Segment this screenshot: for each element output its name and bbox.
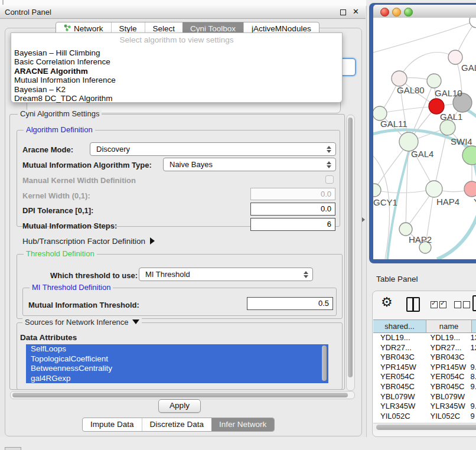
network-edge-thick[interactable] bbox=[437, 210, 476, 259]
mi-algorithm-type-combobox[interactable]: Naive Bayes bbox=[163, 158, 336, 171]
checked-checkbox-icon[interactable]: ✓ bbox=[439, 301, 446, 308]
data-attributes-label: Data Attributes bbox=[20, 333, 77, 342]
algorithm-dropdown-prompt: Select algorithm to view settings bbox=[11, 35, 342, 44]
stepper-icon bbox=[327, 161, 331, 169]
table-row[interactable]: YPR145WYPR145W9. bbox=[373, 363, 476, 373]
float-window-icon[interactable] bbox=[340, 9, 346, 15]
node-pink-right[interactable] bbox=[464, 181, 476, 197]
which-threshold-combobox[interactable]: MI Threshold bbox=[139, 268, 313, 281]
algorithm-option[interactable]: Basic Correlation Inference bbox=[11, 57, 342, 66]
checked-checkbox-icon[interactable]: ✓ bbox=[431, 301, 438, 308]
attribute-item[interactable]: gal4RGexp bbox=[26, 374, 328, 384]
node-green-big[interactable] bbox=[462, 146, 476, 165]
table-row[interactable]: YLR345WYLR345W9. bbox=[373, 402, 476, 412]
tab-label: Discretize Data bbox=[150, 418, 204, 431]
network-view-window[interactable]: GALGAL80GAL10GAL1GAL11SWI4GAL4GCY1HAP4YH… bbox=[369, 3, 476, 263]
table-cell: YDR27... bbox=[373, 343, 425, 353]
algorithm-option[interactable]: Mutual Information Inference bbox=[11, 76, 342, 84]
tab-infer-network[interactable]: Infer Network bbox=[211, 418, 274, 431]
table-cell: 9. bbox=[468, 363, 476, 373]
table-cell: YBL079W bbox=[425, 392, 468, 402]
minimize-traffic-light-icon[interactable] bbox=[392, 8, 401, 17]
column-header-shared[interactable]: shared... bbox=[373, 319, 426, 333]
apply-button[interactable]: Apply bbox=[158, 399, 201, 413]
node-hap4[interactable] bbox=[426, 181, 442, 197]
node-label-gal4: GAL4 bbox=[411, 149, 433, 159]
settings-horizontal-scrollbar[interactable] bbox=[10, 391, 355, 399]
mi-threshold-field[interactable]: 0.5 bbox=[247, 297, 333, 310]
top-edge-mark bbox=[2, 0, 4, 5]
node-label-gal80: GAL80 bbox=[397, 85, 425, 95]
tab-impute-data[interactable]: Impute Data bbox=[83, 418, 142, 431]
hub-definition-toggle[interactable]: Hub/Transcription Factor Definition bbox=[22, 237, 155, 246]
attributes-scrollbar-thumb[interactable] bbox=[322, 345, 327, 381]
manual-kernel-width-checkbox[interactable] bbox=[325, 175, 334, 184]
mi-steps-field[interactable]: 6 bbox=[250, 218, 335, 231]
zoom-traffic-light-icon[interactable] bbox=[404, 8, 413, 17]
dpi-tolerance-field[interactable]: 0.0 bbox=[250, 203, 335, 216]
table-horizontal-scrollbar-thumb[interactable] bbox=[376, 425, 476, 430]
unchecked-checkbox-icon[interactable] bbox=[454, 301, 461, 308]
node-gcy1[interactable] bbox=[373, 184, 381, 197]
splitter-collapse-icon[interactable] bbox=[362, 217, 365, 222]
attribute-item[interactable]: BetweennessCentrality bbox=[26, 364, 328, 374]
settings-vertical-scrollbar[interactable] bbox=[346, 115, 355, 391]
tab-label: Impute Data bbox=[90, 418, 134, 431]
tab-label: Infer Network bbox=[219, 418, 266, 431]
network-edge[interactable] bbox=[374, 189, 434, 193]
close-icon[interactable]: ✕ bbox=[353, 7, 359, 16]
algorithm-dropdown-list: Bayesian – Hill ClimbingBasic Correlatio… bbox=[11, 48, 342, 103]
network-edge[interactable] bbox=[373, 21, 476, 53]
algorithm-option[interactable]: Bayesian – Hill Climbing bbox=[11, 48, 342, 57]
algorithm-option[interactable]: ARACNE Algorithm bbox=[11, 67, 342, 76]
table-cell: YIL052C bbox=[373, 412, 425, 422]
aracne-mode-combobox[interactable]: Discovery bbox=[90, 142, 336, 156]
column-layout-icon[interactable] bbox=[406, 297, 420, 312]
table-row[interactable]: YBL079WYBL079W bbox=[373, 392, 476, 402]
attribute-item[interactable]: TopologicalCoefficient bbox=[26, 354, 328, 364]
column-header-A[interactable]: A bbox=[472, 319, 476, 333]
aracne-mode-value: Discovery bbox=[96, 145, 130, 154]
network-canvas[interactable]: GALGAL80GAL10GAL1GAL11SWI4GAL4GCY1HAP4YH… bbox=[373, 18, 476, 259]
gear-icon[interactable]: ⚙ bbox=[381, 295, 393, 310]
table-cell bbox=[468, 392, 476, 402]
table-row[interactable]: YIL052CYIL052C9 bbox=[373, 412, 476, 422]
bottom-left-partial-widget bbox=[5, 447, 21, 450]
network-edge[interactable] bbox=[399, 53, 455, 79]
node-gal80[interactable] bbox=[392, 71, 407, 86]
table-cell: YBR043C bbox=[425, 353, 468, 363]
table-row[interactable]: YBR043CYBR043C bbox=[373, 353, 476, 363]
algorithm-option[interactable]: Bayesian – K2 bbox=[11, 85, 342, 94]
table-cell: YDL19... bbox=[425, 333, 468, 343]
close-traffic-light-icon[interactable] bbox=[380, 8, 389, 17]
table-row[interactable]: YDR27...YDR27...12 bbox=[373, 343, 476, 353]
table-cell: 8. bbox=[468, 372, 476, 382]
network-window-titlebar[interactable] bbox=[373, 5, 476, 18]
table-cell: 9 bbox=[468, 412, 476, 422]
unchecked-checkbox-icon[interactable] bbox=[463, 301, 470, 308]
data-attributes-list[interactable]: SelfLoopsTopologicalCoefficientBetweenne… bbox=[26, 344, 328, 384]
document-icon[interactable] bbox=[472, 295, 476, 311]
node-gal-top[interactable] bbox=[448, 50, 462, 64]
settings-vertical-scrollbar-thumb[interactable] bbox=[348, 118, 353, 377]
table-horizontal-scrollbar[interactable] bbox=[373, 423, 476, 431]
node-gal10[interactable] bbox=[427, 74, 441, 88]
column-header-name[interactable]: name bbox=[426, 319, 472, 333]
sources-toggle[interactable]: Sources for Network Inference bbox=[22, 318, 142, 327]
network-edge[interactable] bbox=[380, 106, 436, 113]
kernel-width-field[interactable]: 0.0 bbox=[250, 188, 335, 200]
table-row[interactable]: YDL19...YDL19...13 bbox=[373, 333, 476, 343]
network-edge[interactable] bbox=[434, 128, 448, 189]
network-graph[interactable]: GALGAL80GAL10GAL1GAL11SWI4GAL4GCY1HAP4YH… bbox=[373, 18, 476, 259]
settings-horizontal-scrollbar-thumb[interactable] bbox=[12, 393, 348, 397]
node-top-white[interactable] bbox=[470, 18, 476, 28]
table-cell: YIL052C bbox=[425, 412, 468, 422]
algorithm-option[interactable]: Dream8 DC_TDC Algorithm bbox=[11, 94, 342, 103]
table-row[interactable]: YER054CYER054C8. bbox=[373, 372, 476, 382]
table-row[interactable]: YBR045CYBR045C9. bbox=[373, 382, 476, 392]
table-cell: YBR045C bbox=[425, 382, 468, 392]
node-swi4[interactable] bbox=[440, 120, 455, 135]
tab-discretize-data[interactable]: Discretize Data bbox=[142, 418, 212, 431]
attribute-item[interactable]: SelfLoops bbox=[26, 344, 328, 354]
node-hap2[interactable] bbox=[399, 223, 412, 236]
